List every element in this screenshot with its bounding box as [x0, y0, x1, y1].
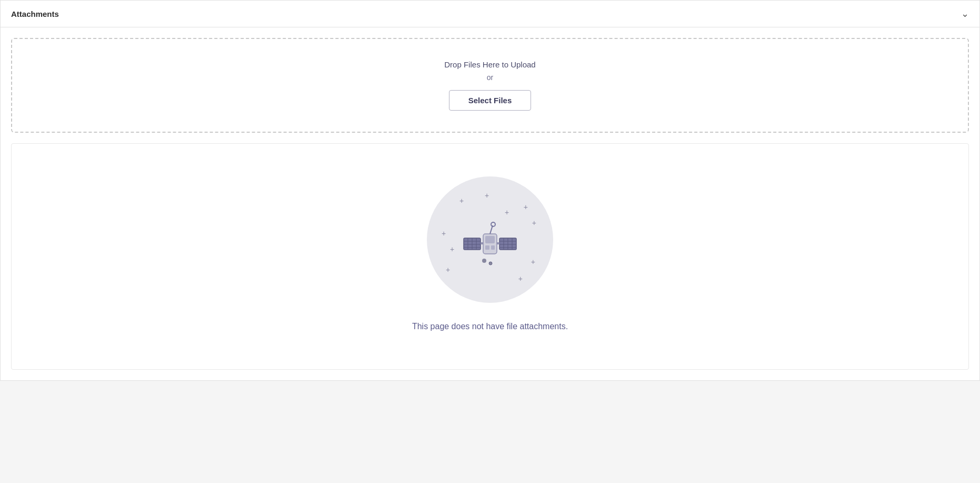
empty-state-container: + + + + + + + + + +	[11, 143, 969, 370]
star-icon: +	[532, 219, 536, 227]
svg-rect-19	[491, 245, 495, 250]
or-text: or	[487, 73, 493, 82]
page-container: Attachments ⌄ Drop Files Here to Upload …	[0, 0, 980, 483]
chevron-down-icon[interactable]: ⌄	[961, 8, 969, 19]
svg-rect-18	[485, 245, 489, 250]
attachments-header: Attachments ⌄	[1, 1, 979, 27]
select-files-button[interactable]: Select Files	[449, 90, 532, 111]
empty-state-message: This page does not have file attachments…	[412, 322, 568, 331]
star-icon: +	[518, 274, 523, 283]
star-icon: +	[446, 265, 450, 274]
attachments-section: Attachments ⌄ Drop Files Here to Upload …	[0, 0, 980, 381]
drop-text: Drop Files Here to Upload	[444, 60, 535, 69]
star-icon: +	[505, 208, 509, 216]
star-icon: +	[485, 191, 489, 200]
star-icon: +	[524, 203, 528, 211]
star-icon: +	[459, 196, 464, 205]
star-icon: +	[450, 245, 454, 253]
star-icon: +	[531, 258, 535, 266]
svg-point-23	[489, 262, 492, 265]
svg-point-22	[482, 259, 486, 263]
satellite-svg	[461, 211, 519, 269]
star-icon: +	[442, 229, 446, 238]
svg-rect-17	[485, 236, 495, 243]
dropzone-area[interactable]: Drop Files Here to Upload or Select File…	[11, 38, 969, 133]
svg-point-21	[491, 222, 495, 226]
satellite-illustration: + + + + + + + + + +	[427, 176, 553, 303]
attachments-title: Attachments	[11, 9, 59, 18]
